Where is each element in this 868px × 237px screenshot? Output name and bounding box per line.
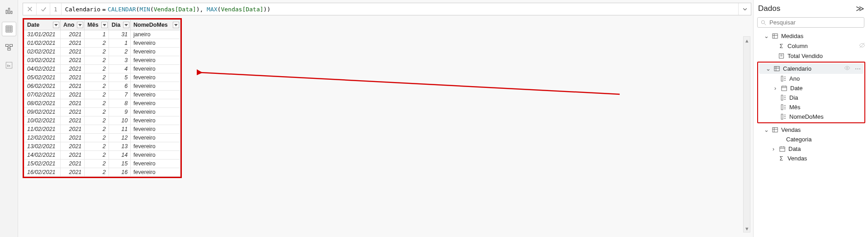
report-view-icon[interactable]	[2, 4, 16, 18]
svg-line-12	[9, 47, 11, 48]
formula-expand-icon[interactable]	[738, 3, 751, 15]
table-row[interactable]: 08/02/2021202128fevereiro	[24, 99, 180, 108]
model-view-icon[interactable]	[2, 40, 16, 54]
table-icon	[772, 126, 778, 133]
column-filter-icon[interactable]	[101, 22, 108, 28]
svg-rect-8	[5, 44, 8, 47]
tree-ano[interactable]: Ano	[759, 74, 863, 83]
svg-marker-20	[125, 24, 128, 26]
table-highlight-box: DateAnoMêsDiaNomeDoMes 31/01/20212021131…	[23, 18, 182, 178]
table-row[interactable]: 09/02/2021202129fevereiro	[24, 108, 180, 116]
formula-commit-icon[interactable]	[37, 3, 50, 15]
tree-data[interactable]: › Data	[757, 144, 866, 154]
formula-token-paren: (	[136, 6, 140, 13]
table-row[interactable]: 04/02/2021202124fevereiro	[24, 65, 180, 73]
dax-view-icon[interactable]: Dx	[2, 58, 16, 73]
tree-date[interactable]: › Date	[759, 83, 863, 93]
formula-code[interactable]: Calendario = CALENDAR ( MIN ( Vendas[Dat…	[62, 6, 738, 13]
formula-token-paren: (	[218, 6, 221, 13]
table-row[interactable]: 31/01/20212021131janeiro	[24, 30, 180, 39]
table-cell: fevereiro	[131, 39, 180, 48]
table-row[interactable]: 12/02/20212021212fevereiro	[24, 134, 180, 142]
table-cell: janeiro	[131, 30, 180, 39]
tree-vendas[interactable]: ⌄ Vendas	[757, 125, 866, 135]
table-row[interactable]: 02/02/2021202122fevereiro	[24, 48, 180, 56]
tree-column[interactable]: Σ Column	[757, 41, 866, 51]
column-header-mês[interactable]: Mês	[85, 20, 109, 30]
tree-label: Categoria	[786, 136, 811, 143]
table-row[interactable]: 05/02/2021202125fevereiro	[24, 73, 180, 82]
tree-vendas-measure[interactable]: Σ Vendas	[757, 154, 866, 163]
tree-label: Mês	[789, 104, 801, 111]
tree-calendario[interactable]: ⌄ Calendario ⋯	[759, 63, 863, 74]
scroll-down-icon[interactable]: ▾	[744, 225, 750, 232]
formula-cancel-icon[interactable]	[23, 3, 37, 15]
hidden-icon[interactable]	[859, 42, 865, 50]
column-header-ano[interactable]: Ano	[61, 20, 85, 30]
search-icon	[760, 19, 767, 26]
table-cell: 2021	[61, 116, 85, 125]
formula-token-func-max: MAX	[207, 6, 217, 13]
column-header-nomedomes[interactable]: NomeDoMes	[131, 20, 180, 30]
column-filter-icon[interactable]	[173, 22, 179, 28]
tree-categoria[interactable]: Categoria	[757, 135, 866, 144]
table-row[interactable]: 10/02/20212021210fevereiro	[24, 116, 180, 125]
column-filter-icon[interactable]	[53, 22, 59, 28]
table-row[interactable]: 03/02/2021202123fevereiro	[24, 56, 180, 65]
svg-rect-9	[9, 44, 12, 47]
annotation-arrow	[197, 68, 622, 104]
table-cell: fevereiro	[131, 99, 180, 108]
table-cell: 1	[85, 30, 109, 39]
column-header-date[interactable]: Date	[24, 20, 61, 30]
formula-token-ident: Calendario	[65, 6, 100, 13]
table-row[interactable]: 06/02/2021202126fevereiro	[24, 82, 180, 91]
tree-dia[interactable]: Dia	[759, 93, 863, 102]
table-cell: 02/02/2021	[24, 48, 61, 56]
date-hierarchy-icon	[781, 85, 787, 92]
svg-point-35	[846, 67, 848, 69]
table-cell: 2021	[61, 73, 85, 82]
tree-mes[interactable]: Mês	[759, 102, 863, 112]
data-view-icon[interactable]	[2, 22, 16, 36]
calendario-highlight-box: ⌄ Calendario ⋯ Ano › Date Dia	[757, 62, 865, 123]
table-row[interactable]: 01/02/2021202121fevereiro	[24, 39, 180, 48]
table-cell: 2	[85, 91, 109, 99]
table-row[interactable]: 07/02/2021202127fevereiro	[24, 91, 180, 99]
table-cell: fevereiro	[131, 160, 180, 168]
table-row[interactable]: 15/02/20212021215fevereiro	[24, 160, 180, 168]
table-row[interactable]: 14/02/20212021214fevereiro	[24, 151, 180, 160]
scroll-up-icon[interactable]: ▴	[744, 37, 750, 44]
search-input[interactable]	[769, 19, 861, 26]
search-box[interactable]	[757, 17, 864, 28]
scroll-track[interactable]	[744, 44, 750, 225]
svg-line-24	[764, 23, 766, 25]
tree-medidas[interactable]: ⌄ Medidas	[757, 31, 866, 41]
svg-rect-42	[781, 105, 783, 110]
caret-down-icon: ⌄	[764, 33, 769, 39]
vertical-scrollbar[interactable]: ▴ ▾	[743, 36, 750, 232]
table-cell: 2	[85, 73, 109, 82]
table-cell: 9	[109, 108, 130, 116]
tree-total-vendido[interactable]: Total Vendido	[757, 51, 866, 61]
column-filter-icon[interactable]	[123, 22, 129, 28]
column-filter-icon[interactable]	[77, 22, 83, 28]
table-cell: 2021	[61, 168, 85, 177]
table-cell: 2021	[61, 48, 85, 56]
column-header-label: NomeDoMes	[133, 22, 175, 28]
visible-icon[interactable]	[844, 65, 850, 73]
caret-right-icon: ›	[771, 145, 776, 152]
table-cell: 2021	[61, 142, 85, 151]
table-icon	[772, 33, 778, 39]
table-cell: fevereiro	[131, 56, 180, 65]
column-header-dia[interactable]: Dia	[109, 20, 130, 30]
table-cell: fevereiro	[131, 151, 180, 160]
table-row[interactable]: 13/02/20212021213fevereiro	[24, 142, 180, 151]
tree-nomedomes[interactable]: NomeDoMes	[759, 112, 863, 121]
more-options-icon[interactable]: ⋯	[853, 65, 863, 72]
table-cell: 01/02/2021	[24, 39, 61, 48]
svg-line-11	[7, 47, 9, 48]
panel-collapse-icon[interactable]: ≫	[856, 4, 864, 14]
formula-token-eq: =	[100, 6, 108, 13]
table-row[interactable]: 16/02/20212021216fevereiro	[24, 168, 180, 177]
table-row[interactable]: 11/02/20212021211fevereiro	[24, 125, 180, 134]
